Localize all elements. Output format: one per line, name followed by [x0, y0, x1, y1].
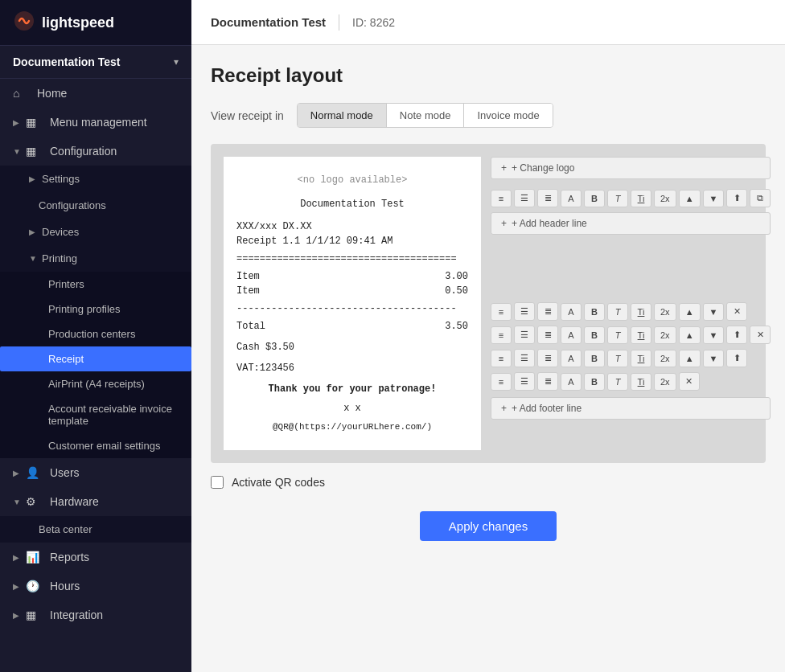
- fctrl-2x-1[interactable]: 2x: [654, 303, 676, 321]
- nav-airprint[interactable]: AirPrint (A4 receipts): [0, 371, 191, 396]
- fctrl-up-1[interactable]: ▲: [679, 303, 701, 321]
- ctrl-align-left[interactable]: ≡: [491, 190, 512, 207]
- fctrl-bold-3[interactable]: B: [584, 350, 605, 367]
- nav-integration[interactable]: ▶ ▦ Integration: [0, 600, 191, 629]
- ctrl-bold[interactable]: B: [584, 190, 605, 207]
- nav-printing-profiles[interactable]: Printing profiles: [0, 297, 191, 322]
- fctrl-2x-3[interactable]: 2x: [654, 350, 676, 367]
- plus-footer-icon: +: [501, 403, 507, 414]
- receipt-line2: Receipt 1.1 1/1/12 09:41 AM: [236, 234, 468, 248]
- activate-qr-label[interactable]: Activate QR codes: [232, 476, 325, 489]
- fctrl-align-left-1[interactable]: ≡: [491, 303, 512, 321]
- fctrl-italic-1[interactable]: T: [607, 303, 628, 321]
- fctrl-align-center-4[interactable]: ☰: [514, 372, 535, 391]
- logo-icon: [13, 10, 35, 35]
- add-footer-line-button[interactable]: + + Add footer line: [491, 397, 771, 420]
- nav-customer-email[interactable]: Customer email settings: [0, 433, 191, 458]
- fctrl-align-left-3[interactable]: ≡: [491, 350, 512, 367]
- sidebar: lightspeed Documentation Test ▾ ⌂ Home ▶…: [0, 0, 191, 672]
- nav-configuration[interactable]: ▼ ▦ Configuration: [0, 137, 191, 166]
- fctrl-underline-4[interactable]: Ti: [631, 373, 651, 391]
- fctrl-underline-3[interactable]: Ti: [631, 350, 651, 367]
- nav-users[interactable]: ▶ 👤 Users: [0, 458, 191, 487]
- fctrl-down-3[interactable]: ▼: [703, 350, 725, 367]
- fctrl-align-left-4[interactable]: ≡: [491, 373, 512, 391]
- ctrl-top[interactable]: ⬆: [726, 189, 747, 207]
- nav-hardware[interactable]: ▼ ⚙ Hardware: [0, 487, 191, 516]
- fctrl-font-a-3[interactable]: A: [561, 350, 582, 367]
- fctrl-font-a-4[interactable]: A: [561, 373, 582, 391]
- activate-qr-checkbox[interactable]: [211, 476, 224, 489]
- topbar-title: Documentation Test: [211, 15, 326, 29]
- ctrl-italic[interactable]: T: [607, 190, 628, 207]
- fctrl-bold-1[interactable]: B: [584, 303, 605, 321]
- footer-controls-row3: ≡ ☰ ≣ A B T Ti 2x ▲ ▼ ⬆: [491, 349, 771, 367]
- nav-hours[interactable]: ▶ 🕐 Hours: [0, 572, 191, 600]
- ctrl-align-right[interactable]: ≣: [537, 189, 558, 207]
- fctrl-delete-4[interactable]: ✕: [679, 372, 700, 391]
- chevron-right-hours-icon: ▶: [13, 582, 23, 591]
- fctrl-italic-4[interactable]: T: [607, 373, 628, 391]
- fctrl-underline-2[interactable]: Ti: [631, 326, 651, 344]
- chevron-right-icon: ▶: [13, 118, 23, 127]
- fctrl-2x-2[interactable]: 2x: [654, 326, 676, 344]
- fctrl-bold-4[interactable]: B: [584, 373, 605, 391]
- fctrl-align-center-1[interactable]: ☰: [514, 302, 535, 321]
- fctrl-align-right-2[interactable]: ≣: [537, 326, 558, 344]
- ctrl-font-a[interactable]: A: [561, 190, 582, 207]
- fctrl-font-a-2[interactable]: A: [561, 326, 582, 344]
- change-logo-button[interactable]: + + Change logo: [491, 157, 771, 179]
- fctrl-2x-4[interactable]: 2x: [654, 373, 676, 391]
- ctrl-up[interactable]: ▲: [679, 190, 701, 207]
- fctrl-delete-2[interactable]: ✕: [750, 326, 771, 344]
- fctrl-top-2[interactable]: ⬆: [726, 326, 747, 344]
- fctrl-down-1[interactable]: ▼: [703, 303, 725, 321]
- nav-customer-email-label: Customer email settings: [48, 440, 160, 452]
- nav-menu-management[interactable]: ▶ ▦ Menu management: [0, 108, 191, 137]
- receipt-separator2: --------------------------------------: [236, 301, 468, 316]
- reports-icon: 📊: [26, 551, 42, 563]
- change-logo-label: + Change logo: [512, 162, 574, 174]
- fctrl-italic-3[interactable]: T: [607, 350, 628, 367]
- nav-settings[interactable]: ▶ Settings: [0, 166, 191, 192]
- fctrl-down-2[interactable]: ▼: [703, 326, 725, 344]
- fctrl-align-center-3[interactable]: ☰: [514, 349, 535, 367]
- nav-devices-label: Devices: [42, 226, 79, 238]
- tab-normal-mode[interactable]: Normal mode: [298, 104, 387, 127]
- ctrl-underline[interactable]: Ti: [631, 190, 651, 207]
- fctrl-align-right-1[interactable]: ≣: [537, 302, 558, 321]
- nav-account-receivable[interactable]: Account receivable invoice template: [0, 396, 191, 433]
- fctrl-italic-2[interactable]: T: [607, 326, 628, 344]
- ctrl-2x[interactable]: 2x: [654, 190, 676, 207]
- nav-receipt[interactable]: Receipt: [0, 346, 191, 371]
- fctrl-align-right-3[interactable]: ≣: [537, 349, 558, 367]
- nav-home[interactable]: ⌂ Home: [0, 79, 191, 108]
- receipt-cash: Cash $3.50: [236, 340, 468, 354]
- nav-printers[interactable]: Printers: [0, 272, 191, 297]
- tab-note-mode[interactable]: Note mode: [387, 104, 465, 127]
- fctrl-top-3[interactable]: ⬆: [726, 349, 747, 367]
- fctrl-align-right-4[interactable]: ≣: [537, 372, 558, 391]
- add-header-line-button[interactable]: + + Add header line: [491, 212, 771, 235]
- fctrl-underline-1[interactable]: Ti: [631, 303, 651, 321]
- fctrl-up-2[interactable]: ▲: [679, 326, 701, 344]
- ctrl-copy[interactable]: ⧉: [750, 189, 771, 207]
- ctrl-align-center[interactable]: ☰: [514, 189, 535, 207]
- fctrl-delete-1[interactable]: ✕: [726, 302, 747, 321]
- nav-devices[interactable]: ▶ Devices: [0, 219, 191, 245]
- fctrl-align-center-2[interactable]: ☰: [514, 326, 535, 344]
- nav-beta-center[interactable]: Beta center: [0, 516, 191, 543]
- fctrl-font-a-1[interactable]: A: [561, 303, 582, 321]
- org-selector[interactable]: Documentation Test ▾: [0, 46, 191, 79]
- fctrl-bold-2[interactable]: B: [584, 326, 605, 344]
- nav-production-centers[interactable]: Production centers: [0, 322, 191, 346]
- nav-hardware-label: Hardware: [50, 495, 99, 508]
- nav-configurations[interactable]: Configurations: [0, 192, 191, 219]
- tab-invoice-mode[interactable]: Invoice mode: [464, 104, 552, 127]
- fctrl-align-left-2[interactable]: ≡: [491, 326, 512, 344]
- ctrl-down[interactable]: ▼: [703, 190, 725, 207]
- apply-changes-button[interactable]: Apply changes: [420, 511, 557, 541]
- nav-printing[interactable]: ▼ Printing: [0, 245, 191, 272]
- fctrl-up-3[interactable]: ▲: [679, 350, 701, 367]
- nav-reports[interactable]: ▶ 📊 Reports: [0, 543, 191, 572]
